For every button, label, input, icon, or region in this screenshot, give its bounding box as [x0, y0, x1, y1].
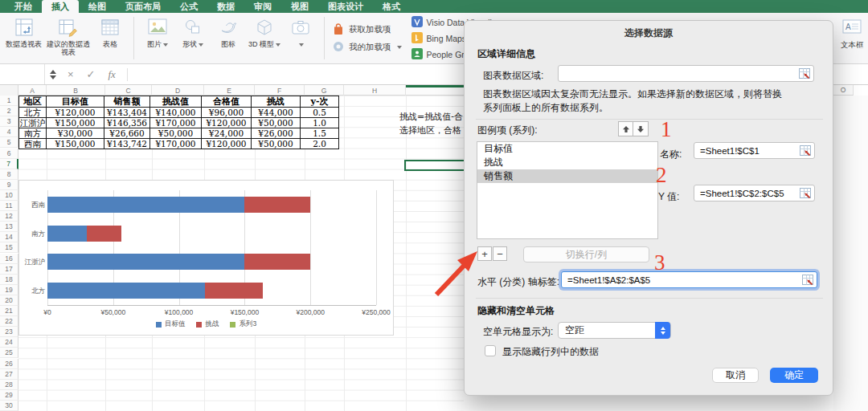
select-all-corner[interactable]: [0, 85, 18, 96]
move-up-button[interactable]: [618, 121, 633, 136]
axis-labels-input[interactable]: =Sheet1!$A$2:$A$5: [561, 271, 817, 288]
row-header-23[interactable]: 23: [0, 327, 18, 337]
cell[interactable]: ¥44,000: [252, 108, 301, 118]
cell[interactable]: ¥170,000: [150, 139, 202, 149]
bar-segment-目标值[interactable]: [47, 283, 205, 299]
3d-model-button[interactable]: 3D 模型: [246, 15, 283, 50]
cell[interactable]: 北方: [19, 108, 47, 118]
row-header-7[interactable]: 7: [0, 159, 18, 169]
name-box[interactable]: [0, 64, 45, 84]
ribbon-tab-数据[interactable]: 数据: [207, 0, 244, 13]
table-header-cell[interactable]: 合格值: [202, 96, 252, 108]
cell[interactable]: ¥96,000: [202, 108, 252, 118]
column-header-F[interactable]: F: [255, 85, 305, 96]
row-header-4[interactable]: 4: [0, 127, 18, 137]
row-header-28[interactable]: 28: [0, 380, 18, 390]
cell[interactable]: ¥146,356: [104, 118, 150, 128]
textbox-button[interactable]: A 文本框: [836, 16, 868, 63]
far-column-header[interactable]: O: [833, 85, 854, 96]
bar-segment-挑战[interactable]: [205, 283, 263, 299]
chart-range-input[interactable]: [558, 65, 814, 82]
pivot-table-button[interactable]: 数据透视表: [3, 15, 44, 50]
row-header-5[interactable]: 5: [0, 137, 18, 148]
cell[interactable]: ¥50,000: [150, 128, 202, 139]
column-header-H[interactable]: H: [344, 85, 406, 96]
bar-segment-目标值[interactable]: [47, 226, 87, 242]
my-addins-button[interactable]: 我的加载项: [332, 40, 402, 55]
row-header-27[interactable]: 27: [0, 369, 18, 380]
column-header-A[interactable]: A: [18, 85, 47, 96]
row-header-12[interactable]: 12: [0, 211, 18, 222]
column-header-G[interactable]: G: [305, 85, 344, 96]
cell[interactable]: 南方: [19, 128, 47, 139]
row-header-2[interactable]: 2: [0, 106, 18, 116]
cell[interactable]: ¥170,000: [150, 118, 202, 128]
ribbon-tab-插入[interactable]: 插入: [42, 0, 79, 13]
cell[interactable]: 1.0: [301, 118, 339, 128]
table-header-cell[interactable]: 销售额: [104, 96, 150, 108]
enter-entry-icon[interactable]: ✓: [80, 68, 102, 80]
row-header-16[interactable]: 16: [0, 254, 18, 264]
column-header-B[interactable]: B: [47, 85, 105, 96]
bar-segment-目标值[interactable]: [47, 197, 244, 213]
row-header-15[interactable]: 15: [0, 242, 18, 253]
table-header-cell[interactable]: y-次: [301, 96, 339, 108]
range-picker-icon[interactable]: [800, 145, 811, 157]
cell[interactable]: ¥24,000: [202, 128, 252, 139]
cell[interactable]: ¥120,000: [47, 108, 104, 118]
cell[interactable]: ¥140,000: [150, 108, 202, 118]
cell[interactable]: ¥150,000: [47, 118, 104, 128]
column-header-D[interactable]: D: [152, 85, 204, 96]
ribbon-tab-开始[interactable]: 开始: [5, 0, 42, 13]
row-header-13[interactable]: 13: [0, 222, 18, 232]
row-header-21[interactable]: 21: [0, 306, 18, 316]
row-header-14[interactable]: 14: [0, 232, 18, 242]
row-header-24[interactable]: 24: [0, 337, 18, 348]
row-header-29[interactable]: 29: [0, 390, 18, 401]
bar-segment-挑战[interactable]: [244, 254, 310, 270]
column-header-E[interactable]: E: [204, 85, 255, 96]
bar-segment-目标值[interactable]: [47, 254, 244, 270]
cell[interactable]: ¥143,404: [104, 108, 150, 118]
range-picker-icon[interactable]: [800, 188, 811, 200]
row-header-18[interactable]: 18: [0, 275, 18, 285]
row-header-1[interactable]: 1: [0, 96, 18, 106]
cell[interactable]: 西南: [19, 139, 47, 149]
row-header-20[interactable]: 20: [0, 295, 18, 306]
screenshot-button[interactable]: [283, 15, 318, 50]
cell[interactable]: ¥26,000: [252, 128, 301, 139]
row-header-26[interactable]: 26: [0, 359, 18, 369]
cancel-button[interactable]: 取消: [712, 368, 759, 383]
table-header-cell[interactable]: 目标值: [47, 96, 104, 108]
cell[interactable]: 2.0: [301, 139, 339, 149]
row-header-22[interactable]: 22: [0, 316, 18, 327]
row-header-30[interactable]: 30: [0, 401, 18, 411]
row-header-17[interactable]: 17: [0, 264, 18, 275]
chart[interactable]: ¥0¥50,000¥100,000¥150,000¥200,000¥250,00…: [18, 180, 394, 336]
range-picker-icon[interactable]: [802, 275, 813, 287]
table-header-cell[interactable]: 挑战: [252, 96, 301, 108]
picture-button[interactable]: 图片: [140, 15, 175, 50]
table-header-cell[interactable]: 挑战值: [150, 96, 202, 108]
series-name-input[interactable]: =Sheet1!$C$1: [694, 142, 815, 159]
table-header-cell[interactable]: 地区: [19, 96, 47, 108]
series-list-item[interactable]: 销售额: [477, 169, 657, 183]
ribbon-tab-公式[interactable]: 公式: [170, 0, 207, 13]
ribbon-tab-图表设计[interactable]: 图表设计: [318, 0, 373, 13]
icons-button[interactable]: 图标: [211, 15, 246, 50]
row-header-10[interactable]: 10: [0, 190, 18, 201]
ok-button[interactable]: 确定: [770, 368, 818, 383]
ribbon-tab-页面布局[interactable]: 页面布局: [116, 0, 170, 13]
bar-segment-挑战[interactable]: [244, 197, 310, 213]
empty-cells-dropdown[interactable]: 空距: [558, 322, 671, 339]
range-picker-icon[interactable]: [799, 68, 810, 80]
move-down-button[interactable]: [633, 121, 649, 136]
row-header-3[interactable]: 3: [0, 116, 18, 127]
row-header-8[interactable]: 8: [0, 169, 18, 180]
cell[interactable]: 1.5: [301, 128, 339, 139]
series-list-item[interactable]: 挑战: [477, 156, 657, 169]
ribbon-tab-视图[interactable]: 视图: [281, 0, 318, 13]
series-y-input[interactable]: =Sheet1!$C$2:$C$5: [694, 185, 815, 201]
column-header-C[interactable]: C: [105, 85, 152, 96]
cell[interactable]: ¥120,000: [202, 139, 252, 149]
